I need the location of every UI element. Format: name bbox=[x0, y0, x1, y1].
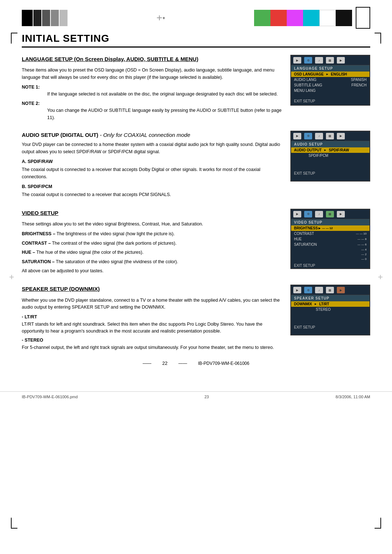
page-title: INITIAL SETTING bbox=[22, 33, 370, 48]
speaker-setup-text: SPEAKER SETUP (DOWNMIX) Whether you use … bbox=[22, 285, 283, 353]
speaker-row-stereo: STEREO bbox=[291, 307, 369, 312]
icon-tv3: ▩ bbox=[326, 211, 334, 217]
language-setup-body: These items allow you to preset the OSD … bbox=[22, 67, 283, 81]
osd-lang-label: OSD LANGUAGE bbox=[294, 72, 324, 76]
note2-label: NOTE 2: bbox=[22, 101, 40, 106]
bottom-left: IB-PDV709-WM-E-061006.pmd bbox=[22, 395, 78, 399]
audio-lang-spanish: SPANISH bbox=[351, 78, 367, 82]
video-setup-text: VIDEO SETUP These settings allow you to … bbox=[22, 209, 283, 278]
bottom-right: 8/3/2006, 11:00 AM bbox=[336, 395, 370, 399]
hue-para: HUE – The hue of the video signal (the c… bbox=[22, 249, 283, 256]
saturation-text: The saturation of the video signal (the … bbox=[56, 259, 178, 264]
lang-row-audio: AUDIO LANG SPANISH bbox=[291, 77, 369, 82]
audio-pcm-value: SPDIF/PCM bbox=[309, 154, 328, 158]
video-screen-mock: ▶ ⚙ ♪ ▩ ▶ VIDEO SETUP BRIGHTNESS ► — — 1… bbox=[290, 209, 370, 269]
bar-mid bbox=[42, 10, 50, 26]
video-row-extra: — 4 bbox=[291, 247, 369, 252]
note1-label: NOTE 1: bbox=[22, 85, 40, 90]
footer-dashes-right: —— bbox=[179, 361, 187, 366]
icon-disc3: ▶ bbox=[293, 211, 301, 217]
footer-doc-id: IB-PDV709-WM-E-061006 bbox=[198, 361, 249, 366]
speaker-icon-bar: ▶ ⚙ ♪ ▩ ▶ bbox=[291, 285, 369, 295]
bar-dark bbox=[33, 10, 41, 26]
hue-row-label: HUE bbox=[294, 237, 302, 241]
ltrt-text: LT/RT stands for left and right soundtra… bbox=[22, 322, 262, 334]
speaker-screen-label: SPEAKER SETUP bbox=[291, 295, 369, 301]
speaker-exit: EXIT SETUP bbox=[291, 325, 369, 330]
crosshair-right: + bbox=[378, 272, 383, 282]
footer-dashes-left: —— bbox=[143, 361, 151, 366]
audio-output-arrow: ► bbox=[324, 148, 327, 152]
lang-row-osd: OSD LANGUAGE ► ENGLISH bbox=[291, 72, 369, 77]
audio-output-label: AUDIO OUTPUT bbox=[294, 148, 322, 152]
language-note2: NOTE 2: You can change the AUDIO or SUBT… bbox=[22, 100, 283, 121]
footer-line: —— 22 —— IB-PDV709-WM-E-061006 bbox=[22, 360, 370, 366]
video-screen: ▶ ⚙ ♪ ▩ ▶ VIDEO SETUP BRIGHTNESS ► — — 1… bbox=[290, 209, 370, 278]
brightness-row-label: BRIGHTNESS bbox=[294, 226, 318, 230]
icon-settings2: ⚙ bbox=[304, 133, 312, 139]
language-exit: EXIT SETUP bbox=[291, 98, 369, 104]
bar-green bbox=[254, 10, 270, 26]
subtitle-lang-label: SUBTITLE LANG bbox=[294, 83, 322, 87]
contrast-label: CONTRAST – bbox=[22, 241, 51, 246]
icon-settings4: ⚙ bbox=[304, 287, 312, 293]
bar-white bbox=[319, 10, 336, 26]
saturation-row-label: SATURATION bbox=[294, 243, 317, 247]
icon-audio4: ♪ bbox=[315, 287, 323, 293]
video-row-extra3: — 0 bbox=[291, 257, 369, 261]
ltrt-para: - LT/RT LT/RT stands for left and right … bbox=[22, 314, 283, 335]
audio-setup-body: Your DVD player can be connected to a ho… bbox=[22, 141, 283, 155]
language-screen: ▶ ⚙ ♪ ▩ ▶ LANGUAGE SETUP OSD LANGUAGE ► … bbox=[290, 55, 370, 123]
icon-audio2: ♪ bbox=[315, 133, 323, 139]
video-icon-bar: ▶ ⚙ ♪ ▩ ▶ bbox=[291, 209, 369, 219]
bar-lighter bbox=[60, 10, 68, 26]
stereo-label: - STEREO bbox=[22, 338, 43, 343]
video-setup-section: VIDEO SETUP These settings allow you to … bbox=[22, 209, 370, 278]
brightness-dashes: — — bbox=[322, 227, 328, 230]
saturation-label: SATURATION – bbox=[22, 259, 55, 264]
audio-icon-bar: ▶ ⚙ ♪ ▩ ▶ bbox=[291, 131, 369, 141]
language-screen-mock: ▶ ⚙ ♪ ▩ ▶ LANGUAGE SETUP OSD LANGUAGE ► … bbox=[290, 55, 370, 106]
icon-settings3: ⚙ bbox=[304, 211, 312, 217]
icon-speaker3: ▶ bbox=[337, 211, 345, 217]
brightness-para: BRIGHTNESS – The brightness of the video… bbox=[22, 231, 283, 237]
contrast-para: CONTRAST – The contrast of the video sig… bbox=[22, 240, 283, 247]
video-row-hue: HUE — — 8 bbox=[291, 236, 369, 242]
bar-right-black bbox=[336, 10, 352, 26]
contrast-text: The contrast of the video signal (the da… bbox=[52, 241, 176, 246]
audio-lang-label: AUDIO LANG bbox=[294, 78, 317, 82]
extra-nums3: — 0 bbox=[361, 257, 367, 261]
crosshair-left: + bbox=[9, 272, 14, 282]
note1-text: If the language selected is not availabl… bbox=[47, 91, 283, 98]
audio-setup-section: AUDIO SETUP (DIGITAL OUT) - Only for COA… bbox=[22, 131, 370, 201]
speaker-screen: ▶ ⚙ ♪ ▩ ▶ SPEAKER SETUP DOWNMIX ► LT/RT … bbox=[290, 285, 370, 353]
video-row-brightness: BRIGHTNESS ► — — 12 bbox=[291, 225, 369, 231]
bar-light bbox=[51, 10, 59, 26]
video-row-extra2: — 2 bbox=[291, 252, 369, 257]
video-screen-label: VIDEO SETUP bbox=[291, 219, 369, 225]
spdif-pcm-heading: B. SPDIF/PCM bbox=[22, 183, 283, 190]
language-setup-heading: LANGUAGE SETUP (On Screen Display, AUDIO… bbox=[22, 55, 283, 63]
hue-label: HUE – bbox=[22, 250, 35, 255]
audio-screen-label: AUDIO SETUP bbox=[291, 141, 369, 147]
icon-speaker4: ▶ bbox=[337, 287, 345, 293]
footer-page-number: 22 bbox=[162, 360, 167, 366]
brightness-label: BRIGHTNESS – bbox=[22, 231, 55, 236]
right-frame-box bbox=[356, 7, 370, 29]
video-setup-heading: VIDEO SETUP bbox=[22, 209, 283, 217]
osd-arrow: ► bbox=[326, 73, 329, 76]
downmix-ltrt: LT/RT bbox=[319, 302, 329, 306]
video-row-contrast: CONTRAST — — 10 bbox=[291, 231, 369, 236]
audio-heading-main: AUDIO SETUP (DIGITAL OUT) bbox=[22, 132, 98, 138]
speaker-setup-body: Whether you use the DVD player standalon… bbox=[22, 297, 283, 311]
icon-disc: ▶ bbox=[293, 57, 301, 64]
video-exit: EXIT SETUP bbox=[291, 263, 369, 268]
note2-text: You can change the AUDIO or SUBTITLE lan… bbox=[47, 107, 283, 121]
all-above-text: All above can be adjusted to your tastes… bbox=[22, 268, 283, 274]
hue-dashes: — — 8 bbox=[358, 237, 367, 241]
crosshair-top-center: + bbox=[154, 11, 168, 25]
icon-audio3: ♪ bbox=[315, 211, 323, 217]
icon-speaker2: ▶ bbox=[337, 133, 345, 139]
left-color-bars bbox=[22, 10, 68, 26]
downmix-label: DOWNMIX bbox=[294, 302, 312, 306]
